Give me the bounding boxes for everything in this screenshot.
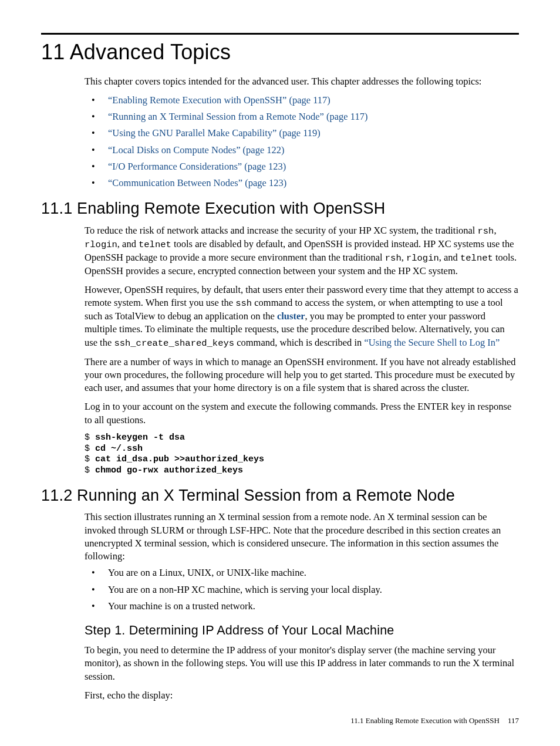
- toc-item: “Local Disks on Compute Nodes” (page 122…: [85, 144, 519, 157]
- code-inline: rlogin: [406, 253, 439, 264]
- list-item: You are on a Linux, UNIX, or UNIX-like m…: [85, 566, 519, 579]
- s111-p2: However, OpenSSH requires, by default, t…: [85, 283, 519, 350]
- toc-item: “I/O Performance Considerations” (page 1…: [85, 160, 519, 173]
- step1-p1: To begin, you need to determine the IP a…: [85, 644, 519, 683]
- section-11-1-title: 11.1 Enabling Remote Execution with Open…: [41, 198, 519, 219]
- list-item: You are on a non-HP XC machine, which is…: [85, 583, 519, 596]
- toc-item: “Communication Between Nodes” (page 123): [85, 177, 519, 190]
- list-item: Your machine is on a trusted network.: [85, 600, 519, 613]
- toc-link[interactable]: “I/O Performance Considerations” (page 1…: [108, 161, 286, 172]
- chapter-intro-block: This chapter covers topics intended for …: [85, 75, 519, 190]
- list-text: You are on a non-HP XC machine, which is…: [108, 584, 382, 595]
- toc-link[interactable]: “Running an X Terminal Session from a Re…: [108, 111, 367, 122]
- code-block: $ ssh-keygen -t dsa $ cd ~/.ssh $ cat id…: [85, 433, 519, 477]
- prompt: $: [85, 433, 95, 443]
- command: cd ~/.ssh: [95, 444, 143, 454]
- toc-link[interactable]: “Enabling Remote Execution with OpenSSH”…: [108, 94, 330, 106]
- footer-section: 11.1 Enabling Remote Execution with Open…: [350, 716, 500, 725]
- section-11-2-title: 11.2 Running an X Terminal Session from …: [41, 485, 519, 506]
- code-inline: ssh: [235, 298, 252, 309]
- step-1-title: Step 1. Determining IP Address of Your L…: [85, 622, 519, 639]
- page-footer: 11.1 Enabling Remote Execution with Open…: [350, 715, 519, 726]
- s111-p4: Log in to your account on the system and…: [85, 400, 519, 427]
- chapter-title: 11 Advanced Topics: [41, 38, 519, 67]
- s111-p1: To reduce the risk of network attacks an…: [85, 224, 519, 278]
- code-inline: rlogin: [85, 239, 117, 250]
- step1-p2: First, echo the display:: [85, 689, 519, 702]
- section-11-2-body: This section illustrates running an X te…: [85, 511, 519, 702]
- glossary-link-cluster[interactable]: cluster: [277, 310, 305, 322]
- top-rule: [41, 33, 519, 35]
- assumptions-list: You are on a Linux, UNIX, or UNIX-like m…: [85, 566, 519, 613]
- text: ,: [402, 252, 406, 263]
- code-inline: telnet: [460, 253, 493, 264]
- toc-item: “Enabling Remote Execution with OpenSSH”…: [85, 94, 519, 107]
- command: chmod go-rwx authorized_keys: [95, 465, 243, 475]
- toc-link[interactable]: “Communication Between Nodes” (page 123): [108, 177, 286, 188]
- s112-p1: This section illustrates running an X te…: [85, 511, 519, 563]
- prompt: $: [85, 465, 95, 475]
- code-inline: telnet: [139, 239, 171, 250]
- code-inline: rsh: [478, 226, 494, 237]
- toc-link[interactable]: “Using the GNU Parallel Make Capability”…: [108, 127, 321, 139]
- text: ,: [494, 225, 496, 236]
- code-inline: ssh_create_shared_keys: [114, 338, 234, 349]
- list-text: You are on a Linux, UNIX, or UNIX-like m…: [108, 567, 306, 578]
- intro-paragraph: This chapter covers topics intended for …: [85, 75, 519, 88]
- command: ssh-keygen -t dsa: [95, 433, 185, 443]
- toc-item: “Using the GNU Parallel Make Capability”…: [85, 127, 519, 140]
- text: , and: [117, 238, 139, 249]
- cross-ref-link[interactable]: “Using the Secure Shell to Log In”: [364, 337, 500, 348]
- list-text: Your machine is on a trusted network.: [108, 600, 255, 612]
- text: To reduce the risk of network attacks an…: [85, 225, 478, 236]
- text: , and: [439, 252, 460, 263]
- page: 11 Advanced Topics This chapter covers t…: [0, 0, 560, 746]
- toc-list: “Enabling Remote Execution with OpenSSH”…: [85, 94, 519, 190]
- toc-item: “Running an X Terminal Session from a Re…: [85, 110, 519, 123]
- toc-link[interactable]: “Local Disks on Compute Nodes” (page 122…: [108, 144, 285, 156]
- s111-p3: There are a number of ways in which to m…: [85, 356, 519, 395]
- prompt: $: [85, 444, 95, 454]
- section-11-1-body: To reduce the risk of network attacks an…: [85, 224, 519, 477]
- prompt: $: [85, 454, 95, 464]
- page-number: 117: [508, 716, 519, 725]
- text: command, which is described in: [234, 337, 364, 348]
- code-inline: rsh: [385, 253, 402, 264]
- command: cat id_dsa.pub >>authorized_keys: [95, 454, 264, 464]
